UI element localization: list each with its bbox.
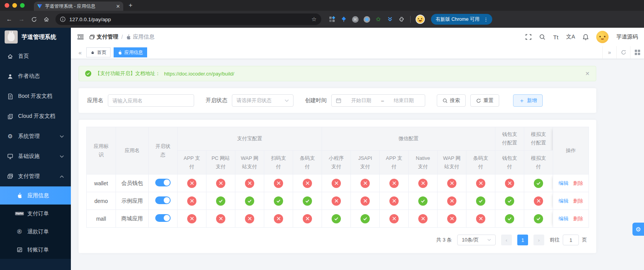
close-window-button[interactable] (5, 3, 9, 8)
maximize-window-button[interactable] (20, 3, 25, 8)
minimize-window-button[interactable] (12, 3, 17, 8)
reset-button[interactable]: 重置 (470, 94, 499, 107)
channel-cell (235, 210, 264, 228)
tabs-layout-grid-icon[interactable] (630, 46, 644, 59)
collapse-sidebar-icon[interactable] (77, 34, 84, 40)
channel-enabled-icon (476, 196, 485, 206)
kite-extension-icon[interactable] (340, 15, 347, 23)
browser-tab[interactable]: 芋道管理系统 - 应用信息 ✕ (34, 2, 123, 11)
sidebar-item-cloud-docs[interactable]: Cloud 开发文档 (0, 106, 71, 126)
tabs-scroll-left-icon[interactable]: « (74, 49, 86, 56)
sidebar-item-transfer-orders[interactable]: 转账订单 (0, 241, 71, 259)
channel-cell (293, 210, 322, 228)
grid-extension-icon[interactable] (328, 15, 336, 23)
browser-menu-icon[interactable]: ⋮ (482, 17, 490, 22)
chevrons-extension-icon[interactable] (386, 15, 394, 23)
channel-cell (466, 192, 495, 210)
sidebar-item-infra[interactable]: 基础设施 (0, 146, 71, 166)
channel-cell (235, 174, 264, 192)
edit-link[interactable]: 编辑 (558, 180, 569, 186)
next-page-button[interactable]: › (533, 235, 544, 245)
sidebar-item-app-info[interactable]: 应用信息 (0, 186, 71, 205)
app-header: 支付管理 / 应用信息 Tt 文A (71, 28, 644, 46)
home-icon[interactable] (41, 14, 52, 25)
delete-link[interactable]: 删除 (573, 216, 583, 221)
add-button[interactable]: ＋ 新增 (513, 94, 543, 107)
font-size-icon[interactable]: Tt (553, 34, 558, 40)
enable-toggle[interactable] (155, 214, 171, 222)
sidebar-item-system[interactable]: ⚙ 系统管理 (0, 126, 71, 146)
circle-extension-icon[interactable] (363, 15, 371, 23)
alert-doc-link[interactable]: https://doc.iocoder.cn/pay/build/ (164, 71, 234, 77)
tabs-scroll-right-icon[interactable]: » (602, 46, 616, 59)
sidebar-item-boot-docs[interactable]: Boot 开发文档 (0, 86, 71, 106)
status-select[interactable]: 请选择开启状态 (232, 94, 293, 107)
bookmark-star-icon[interactable]: ☆ (312, 16, 317, 23)
star-extension-icon[interactable]: ✩ (374, 15, 382, 23)
profile-avatar[interactable] (416, 15, 425, 24)
payment-cards-icon (89, 35, 95, 40)
notification-bell-icon[interactable] (583, 34, 589, 40)
edit-link[interactable]: 编辑 (558, 198, 569, 204)
sidebar-item-pay[interactable]: 支付管理 (0, 166, 71, 186)
channel-cell (322, 210, 351, 228)
search-button[interactable]: 搜索 (437, 94, 466, 107)
delete-link[interactable]: 删除 (573, 180, 583, 186)
tab-close-icon[interactable]: ✕ (116, 3, 120, 9)
sidebar-item-label: 系统管理 (18, 133, 40, 140)
sidebar-item-home[interactable]: 首页 (0, 46, 71, 66)
translate-icon[interactable]: 文A (566, 34, 575, 40)
sidebar-item-pay-orders[interactable]: PayPal 支付订单 (0, 205, 71, 223)
chrome-update-button[interactable]: 有新版 Chrome 可用 ⋮ (431, 14, 492, 25)
goto-page-input[interactable] (567, 237, 574, 243)
url-text[interactable]: 127.0.0.1/pay/app (69, 17, 308, 22)
user-name[interactable]: 芋道源码 (616, 34, 638, 40)
tab-home[interactable]: 首页 (86, 47, 111, 57)
site-info-icon[interactable] (60, 17, 65, 22)
channel-cell (351, 174, 380, 192)
command-extension-icon[interactable]: ⌘ (351, 15, 359, 23)
channel-enabled-icon (245, 196, 254, 206)
sidebar-item-label: 支付订单 (27, 210, 49, 217)
sidebar-logo[interactable]: 芋道管理系统 (0, 28, 71, 46)
date-end-placeholder[interactable]: 结束日期 (387, 97, 421, 104)
browser-toolbar: ← → 127.0.0.1/pay/app ☆ ⌘ (0, 11, 644, 28)
back-icon[interactable]: ← (4, 14, 15, 25)
channel-cell (206, 210, 235, 228)
delete-link[interactable]: 删除 (573, 198, 583, 204)
user-avatar[interactable] (596, 31, 609, 43)
new-tab-button[interactable]: + (129, 2, 132, 9)
fullscreen-icon[interactable] (525, 34, 532, 40)
channel-cell (524, 210, 553, 228)
pay-submenu: 应用信息 PayPal 支付订单 ® 退款订单 转账订单 (0, 186, 71, 259)
edit-link[interactable]: 编辑 (558, 216, 569, 221)
page-number-button[interactable]: 1 (517, 235, 528, 245)
status-label: 开启状态 (206, 97, 227, 104)
prev-page-button[interactable]: ‹ (501, 235, 512, 245)
actions-cell: 编辑删除 (553, 210, 589, 228)
forward-icon[interactable]: → (16, 14, 27, 25)
extensions-puzzle-icon[interactable] (397, 15, 405, 23)
date-start-placeholder[interactable]: 开始日期 (344, 97, 378, 104)
address-bar[interactable]: 127.0.0.1/pay/app ☆ (55, 13, 321, 25)
registered-icon: ® (16, 228, 23, 235)
enable-toggle[interactable] (155, 179, 171, 186)
refresh-tab-icon[interactable] (616, 46, 630, 59)
page-size-select[interactable]: 10条/页 (457, 235, 496, 245)
sidebar-item-refund-orders[interactable]: ® 退款订单 (0, 223, 71, 241)
reload-icon[interactable] (29, 14, 39, 25)
column-header: 模拟支付 (524, 151, 553, 174)
breadcrumb-parent[interactable]: 支付管理 (89, 34, 118, 40)
channel-disabled-icon (245, 179, 254, 188)
channel-disabled-icon (361, 179, 370, 188)
sidebar-item-author[interactable]: 作者动态 (0, 66, 71, 86)
alert-close-icon[interactable]: ✕ (585, 70, 590, 77)
theme-settings-button[interactable]: ⚙ (632, 223, 644, 236)
search-icon[interactable] (539, 34, 545, 40)
enable-toggle[interactable] (155, 196, 171, 204)
channel-disabled-icon (303, 214, 312, 223)
channel-disabled-icon (187, 179, 196, 188)
date-range-picker[interactable]: 开始日期 – 结束日期 (331, 94, 425, 107)
tab-app-info[interactable]: 应用信息 (114, 47, 147, 57)
app-name-input[interactable] (112, 98, 190, 104)
